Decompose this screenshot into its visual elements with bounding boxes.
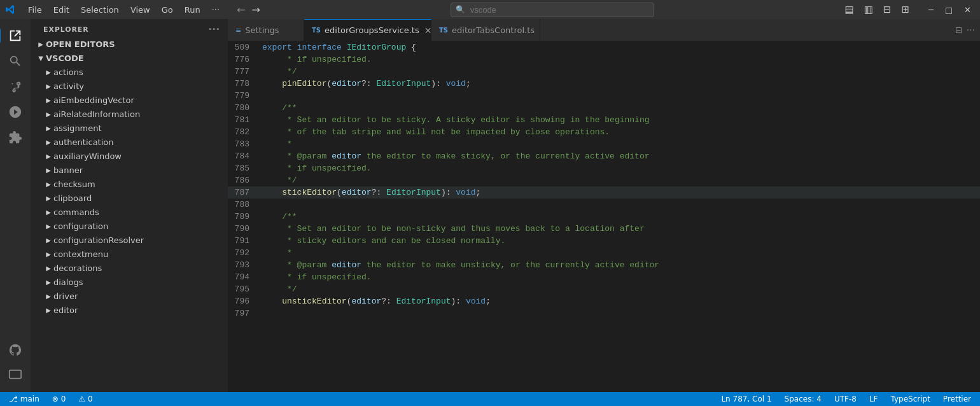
menu-view[interactable]: View — [125, 4, 155, 16]
chevron-right-icon: ▶ — [43, 137, 53, 147]
status-bar: ⎇ main ⊗ 0 ⚠ 0 Ln 787, Col 1 Spaces: 4 U… — [0, 392, 980, 406]
win-minimize-button[interactable]: ─ — [925, 4, 937, 16]
menu-file[interactable]: File — [23, 4, 47, 16]
win-maximize-button[interactable]: □ — [941, 4, 956, 16]
line-number: 791 — [228, 235, 260, 247]
line-number: 796 — [228, 295, 260, 307]
line-number: 797 — [228, 307, 260, 319]
title-bar: File Edit Selection View Go Run ··· ← → … — [0, 0, 980, 19]
layout-sidebar-icon[interactable]: ▤ — [842, 3, 856, 17]
line-number: 792 — [228, 247, 260, 259]
menu-edit[interactable]: Edit — [48, 4, 74, 16]
activity-search[interactable] — [4, 50, 27, 73]
line-content — [260, 307, 980, 319]
status-line-ending[interactable]: LF — [865, 392, 882, 406]
status-prettier[interactable]: Prettier — [939, 392, 975, 406]
settings-tab[interactable]: ≡ Settings — [228, 19, 304, 41]
activity-remote[interactable] — [4, 364, 27, 387]
sidebar-item-decorations[interactable]: ▶ decorations — [31, 261, 228, 275]
line-number: 787 — [228, 186, 260, 199]
split-editor-icon[interactable]: ⊟ — [955, 25, 963, 35]
nav-forward-button[interactable]: → — [250, 4, 262, 16]
layout-menu-icon[interactable]: ⊞ — [899, 3, 912, 17]
menu-more[interactable]: ··· — [207, 4, 225, 16]
sidebar-item-actions[interactable]: ▶ actions — [31, 65, 228, 79]
sidebar-item-label: decorations — [53, 263, 228, 273]
sidebar-more-icon[interactable]: ··· — [208, 24, 220, 34]
sidebar-item-authentication[interactable]: ▶ authentication — [31, 135, 228, 149]
chevron-right-icon: ▶ — [43, 235, 53, 245]
more-actions-icon[interactable]: ··· — [967, 25, 975, 35]
sidebar-item-assignment[interactable]: ▶ assignment — [31, 121, 228, 135]
sidebar-item-label: clipboard — [53, 193, 228, 203]
sidebar-item-contextmenu[interactable]: ▶ contextmenu — [31, 247, 228, 261]
sidebar-item-configurationresolver[interactable]: ▶ configurationResolver — [31, 233, 228, 247]
chevron-right-icon: ▶ — [43, 263, 53, 273]
chevron-right-icon: ▶ — [43, 151, 53, 161]
branch-icon: ⎇ — [9, 395, 18, 403]
sidebar-title: EXPLORER — [43, 25, 89, 34]
activity-github[interactable] — [4, 339, 27, 361]
search-input[interactable] — [451, 3, 654, 17]
layout-split-icon[interactable]: ⊟ — [881, 3, 894, 17]
sidebar-item-label: editor — [53, 305, 228, 315]
code-line-795: 795 */ — [228, 283, 980, 295]
code-line-794: 794 * if unspecified. — [228, 271, 980, 283]
menu-run[interactable]: Run — [179, 4, 206, 16]
sidebar-item-activity[interactable]: ▶ activity — [31, 79, 228, 93]
activity-source-control[interactable] — [4, 75, 27, 98]
line-content: * @param editor the editor to make stick… — [260, 150, 980, 162]
line-content: * if unspecified. — [260, 271, 980, 283]
chevron-right-icon: ▶ — [43, 123, 53, 133]
line-content: * if unspecified. — [260, 53, 980, 66]
status-language[interactable]: TypeScript — [886, 392, 934, 406]
sidebar-item-clipboard[interactable]: ▶ clipboard — [31, 191, 228, 205]
sidebar-item-driver[interactable]: ▶ driver — [31, 289, 228, 303]
code-editor[interactable]: 509 export interface IEditorGroup { 776 … — [228, 41, 980, 392]
status-warnings[interactable]: ⚠ 0 — [74, 392, 96, 406]
status-position[interactable]: Ln 787, Col 1 — [717, 392, 775, 406]
activity-extensions[interactable] — [4, 126, 27, 149]
sidebar-item-auxiliarywindow[interactable]: ▶ auxiliaryWindow — [31, 149, 228, 163]
activity-explorer[interactable] — [4, 24, 27, 47]
win-close-button[interactable]: ✕ — [960, 4, 975, 16]
chevron-right-icon: ▶ — [43, 179, 53, 189]
code-line-787: 787 stickEditor(editor?: EditorInput): v… — [228, 186, 980, 199]
sidebar-item-editor[interactable]: ▶ editor — [31, 303, 228, 317]
code-line-789: 789 /** — [228, 211, 980, 223]
status-spaces[interactable]: Spaces: 4 — [781, 392, 825, 406]
sidebar-item-label: configurationResolver — [53, 235, 228, 245]
status-encoding[interactable]: UTF-8 — [830, 392, 860, 406]
sidebar-item-banner[interactable]: ▶ banner — [31, 163, 228, 177]
sidebar-item-commands[interactable]: ▶ commands — [31, 205, 228, 219]
window-controls: ─ □ ✕ — [925, 4, 975, 16]
line-content: * @param editor the editor to make unsti… — [260, 259, 980, 271]
status-branch[interactable]: ⎇ main — [5, 392, 43, 406]
sidebar-section-vscode[interactable]: ▼ VSCODE — [31, 51, 228, 65]
position-label: Ln 787, Col 1 — [721, 395, 771, 403]
menu-selection[interactable]: Selection — [76, 4, 124, 16]
status-errors[interactable]: ⊗ 0 — [48, 392, 70, 406]
code-line-780: 780 /** — [228, 102, 980, 114]
sidebar-item-airelatedinformation[interactable]: ▶ aiRelatedInformation — [31, 107, 228, 121]
line-content: pinEditor(editor?: EditorInput): void; — [260, 78, 980, 90]
line-content: */ — [260, 283, 980, 295]
editor-groups-service-tab-label: editorGroupsService.ts — [325, 25, 419, 35]
sidebar-item-aiembeddingvector[interactable]: ▶ aiEmbeddingVector — [31, 93, 228, 107]
editor-groups-service-tab[interactable]: TS editorGroupsService.ts ✕ — [304, 19, 431, 41]
sidebar-section-open-editors[interactable]: ▶ OPEN EDITORS — [31, 37, 228, 51]
sidebar-item-label: aiRelatedInformation — [53, 109, 228, 119]
menu-go[interactable]: Go — [157, 4, 178, 16]
sidebar-item-dialogs[interactable]: ▶ dialogs — [31, 275, 228, 289]
sidebar-item-checksum[interactable]: ▶ checksum — [31, 177, 228, 191]
line-number: 794 — [228, 271, 260, 283]
code-line-797: 797 — [228, 307, 980, 319]
line-number: 784 — [228, 150, 260, 162]
layout-panel-icon[interactable]: ▥ — [862, 3, 876, 17]
chevron-right-icon: ▶ — [43, 67, 53, 77]
nav-back-button[interactable]: ← — [235, 4, 247, 16]
editor-tabs-control-tab[interactable]: TS editorTabsControl.ts — [431, 19, 540, 41]
sidebar-item-configuration[interactable]: ▶ configuration — [31, 219, 228, 233]
activity-run-debug[interactable] — [4, 101, 27, 123]
line-number: 777 — [228, 66, 260, 78]
